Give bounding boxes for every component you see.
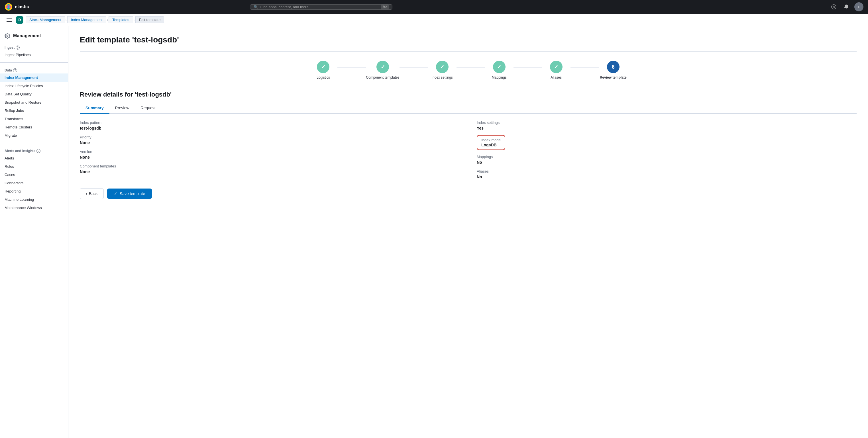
ingest-info-icon[interactable]: ? <box>16 45 20 49</box>
svg-point-9 <box>7 35 8 37</box>
step-logistics-circle: ✓ <box>317 61 330 73</box>
summary-aliases-label: Aliases <box>477 169 857 173</box>
sidebar-item-snapshot-restore[interactable]: Snapshot and Restore <box>0 98 68 106</box>
sidebar-item-ingest-pipelines[interactable]: Ingest Pipelines <box>0 51 68 59</box>
stepper: ✓ Logistics ✓ Component templates ✓ Inde… <box>80 61 857 79</box>
back-arrow-icon: ‹ <box>86 191 87 196</box>
connector-3 <box>457 67 485 67</box>
tabs: Summary Preview Request <box>80 103 857 114</box>
breadcrumb-templates[interactable]: Templates <box>108 16 133 23</box>
step-mappings-circle: ✓ <box>493 61 505 73</box>
search-placeholder: Find apps, content, and more. <box>260 5 310 9</box>
summary-component-templates-value: None <box>80 169 460 174</box>
sidebar-title: Management <box>13 33 41 38</box>
sidebar-item-index-management[interactable]: Index Management <box>0 73 68 82</box>
summary-mappings-label: Mappings <box>477 155 857 159</box>
svg-rect-8 <box>6 21 12 22</box>
elastic-logo-text: elastic <box>15 4 29 9</box>
svg-text:⊕: ⊕ <box>833 5 835 8</box>
page-title: Edit template 'test-logsdb' <box>80 35 857 44</box>
nav-badge: D <box>16 16 23 24</box>
nav-icons: ⊕ E <box>829 2 863 11</box>
sidebar-item-dataset-quality[interactable]: Data Set Quality <box>0 90 68 98</box>
breadcrumb-edit-template: Edit template <box>135 16 164 23</box>
breadcrumb-arrow-3: › <box>133 18 135 22</box>
summary-index-mode-value: LogsDB <box>481 143 501 147</box>
summary-index-mode-highlighted: Index mode LogsDB <box>477 135 505 150</box>
breadcrumb: Stack Management › Index Management › Te… <box>26 16 164 23</box>
sidebar-header: Management <box>0 31 68 43</box>
step-mappings[interactable]: ✓ Mappings <box>485 61 514 79</box>
summary-right: Index settings Yes Index mode LogsDB Map… <box>477 121 857 179</box>
step-component-templates[interactable]: ✓ Component templates <box>366 61 399 79</box>
step-review-circle: 6 <box>607 61 620 73</box>
sidebar-item-alerts[interactable]: Alerts <box>0 154 68 162</box>
sidebar-item-cases[interactable]: Cases <box>0 171 68 179</box>
search-shortcut: ⌘/ <box>381 5 389 9</box>
second-nav: D Stack Management › Index Management › … <box>0 14 868 26</box>
summary-aliases: Aliases No <box>477 169 857 179</box>
elastic-logo[interactable]: elastic <box>5 3 29 11</box>
save-template-button[interactable]: ✓ Save template <box>107 189 152 199</box>
summary-index-pattern-value: test-logsdb <box>80 126 460 130</box>
summary-version-label: Version <box>80 149 460 154</box>
connector-4 <box>514 67 542 67</box>
step-aliases[interactable]: ✓ Aliases <box>542 61 570 79</box>
sidebar-item-remote-clusters[interactable]: Remote Clusters <box>0 123 68 131</box>
search-icon: 🔍 <box>254 5 258 9</box>
sidebar-section-ingest: Ingest ? <box>0 43 68 51</box>
summary-priority: Priority None <box>80 135 460 145</box>
sidebar-item-maintenance-windows[interactable]: Maintenance Windows <box>0 204 68 212</box>
gear-icon <box>5 33 10 39</box>
step-component-label: Component templates <box>366 75 399 79</box>
alerts-info-icon[interactable]: ? <box>36 149 40 153</box>
tab-summary[interactable]: Summary <box>80 103 110 114</box>
step-logistics[interactable]: ✓ Logistics <box>309 61 337 79</box>
step-index-settings-circle: ✓ <box>436 61 448 73</box>
bell-icon-btn[interactable] <box>842 2 851 11</box>
data-info-icon[interactable]: ? <box>13 68 17 72</box>
summary-version-value: None <box>80 155 460 160</box>
step-review-label: Review template <box>600 75 627 79</box>
search-bar[interactable]: 🔍 Find apps, content, and more. ⌘/ <box>250 4 393 10</box>
sidebar-item-transforms[interactable]: Transforms <box>0 115 68 123</box>
summary-grid: Index pattern test-logsdb Priority None … <box>80 121 857 179</box>
connector-2 <box>400 67 428 67</box>
circle-icon-btn[interactable]: ⊕ <box>829 2 838 11</box>
summary-index-pattern-label: Index pattern <box>80 121 460 125</box>
svg-rect-6 <box>6 18 12 19</box>
sidebar-item-machine-learning[interactable]: Machine Learning <box>0 195 68 204</box>
summary-index-settings-value: Yes <box>477 126 857 130</box>
step-logistics-label: Logistics <box>317 75 330 79</box>
summary-component-templates: Component templates None <box>80 164 460 174</box>
step-aliases-circle: ✓ <box>550 61 562 73</box>
section-title: Review details for 'test-logsdb' <box>80 91 857 98</box>
elastic-logo-icon <box>5 3 12 11</box>
step-index-settings[interactable]: ✓ Index settings <box>428 61 457 79</box>
summary-aliases-value: No <box>477 175 857 179</box>
sidebar-item-connectors[interactable]: Connectors <box>0 179 68 187</box>
svg-point-3 <box>8 6 10 8</box>
sidebar-item-migrate[interactable]: Migrate <box>0 131 68 139</box>
summary-index-mode-label: Index mode <box>481 138 501 142</box>
hamburger-button[interactable] <box>5 15 14 25</box>
summary-priority-value: None <box>80 140 460 145</box>
summary-component-templates-label: Component templates <box>80 164 460 168</box>
sidebar-item-rollup-jobs[interactable]: Rollup Jobs <box>0 106 68 115</box>
svg-rect-7 <box>6 20 12 20</box>
breadcrumb-stack-management[interactable]: Stack Management <box>26 16 65 23</box>
sidebar-item-rules[interactable]: Rules <box>0 162 68 171</box>
tab-request[interactable]: Request <box>135 103 161 114</box>
step-review-template[interactable]: 6 Review template <box>599 61 627 79</box>
tab-preview[interactable]: Preview <box>110 103 135 114</box>
breadcrumb-index-management[interactable]: Index Management <box>67 16 106 23</box>
sidebar-item-index-lifecycle[interactable]: Index Lifecycle Policies <box>0 82 68 90</box>
main-layout: Management Ingest ? Ingest Pipelines Dat… <box>0 26 868 438</box>
sidebar-section-data: Data ? <box>0 66 68 73</box>
back-button[interactable]: ‹ Back <box>80 188 104 199</box>
footer-actions: ‹ Back ✓ Save template <box>80 188 857 199</box>
user-avatar[interactable]: E <box>854 2 863 11</box>
summary-mappings-value: No <box>477 160 857 165</box>
sidebar-item-reporting[interactable]: Reporting <box>0 187 68 195</box>
top-nav: elastic 🔍 Find apps, content, and more. … <box>0 0 868 14</box>
